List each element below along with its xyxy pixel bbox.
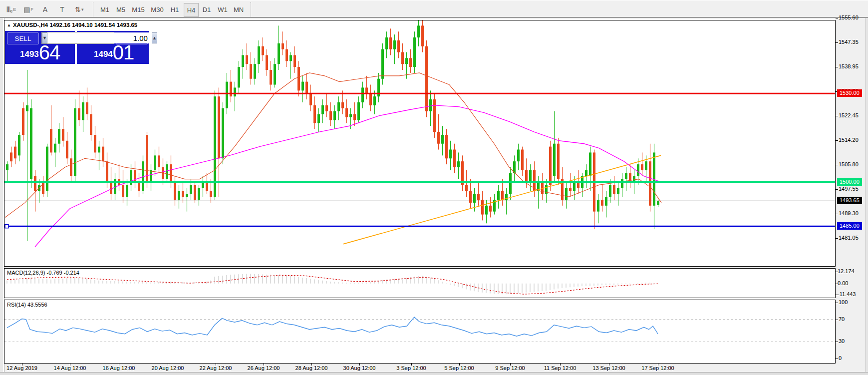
- candle-body: [178, 191, 180, 200]
- candle-body: [521, 150, 524, 170]
- time-axis-label: 14 Aug 12:00: [54, 365, 86, 371]
- text-label-icon[interactable]: A: [38, 3, 53, 16]
- chart-window: ▲XAUUSD-,H4 1492.16 1494.10 1491.54 1493…: [0, 18, 868, 375]
- candle-body: [429, 99, 432, 111]
- candle-body: [146, 135, 148, 182]
- candle-body: [417, 25, 420, 37]
- candle-body: [122, 185, 124, 197]
- candle-body: [369, 93, 372, 105]
- candle-body: [613, 185, 615, 194]
- candle-body: [317, 114, 320, 123]
- time-tick-dash: [658, 364, 658, 366]
- sell-price[interactable]: 1493 64: [20, 43, 60, 62]
- candle-body: [6, 164, 8, 170]
- time-tick-dash: [264, 364, 264, 366]
- candle-body: [421, 25, 424, 46]
- candle-body: [30, 108, 32, 179]
- time-axis-label: 30 Aug 12:00: [343, 365, 376, 371]
- candle-body: [86, 102, 88, 114]
- cursor-arrows-icon[interactable]: ⇅▾: [72, 3, 87, 16]
- candle-body: [549, 147, 552, 185]
- candle-body: [190, 185, 192, 194]
- candle-body: [174, 182, 176, 200]
- candle-body: [82, 102, 84, 120]
- buy-price[interactable]: 1494 01: [94, 43, 134, 62]
- volume-input[interactable]: [47, 32, 152, 43]
- candle-body: [186, 194, 188, 197]
- candle-body: [525, 170, 528, 182]
- candle-body: [649, 161, 651, 206]
- candle-body: [553, 144, 556, 176]
- candle-body: [250, 64, 252, 79]
- candle-body: [78, 108, 80, 120]
- candle-body: [633, 176, 635, 182]
- time-axis-label: 5 Sep 12:00: [444, 365, 474, 371]
- volume-increase-button[interactable]: ▲: [152, 32, 157, 43]
- candle-body: [166, 164, 168, 179]
- candle-body: [70, 158, 72, 176]
- candle-body: [341, 102, 344, 108]
- candle-body: [469, 191, 472, 203]
- candle-body: [449, 150, 452, 159]
- rsi-tick-dash: [836, 359, 838, 359]
- time-tick-dash: [311, 364, 312, 366]
- price-badge: 1485.00: [837, 222, 862, 230]
- timeframe-button-d1[interactable]: D1: [200, 3, 214, 16]
- candle-body: [565, 188, 568, 200]
- rsi-axis-tick: 70: [839, 316, 845, 322]
- time-axis-label: 28 Aug 12:00: [295, 365, 328, 371]
- candle-body: [329, 111, 332, 120]
- candle-body: [657, 201, 659, 205]
- macd-chart: [4, 269, 835, 298]
- candle-body: [182, 191, 184, 197]
- timeframe-button-m15[interactable]: M15: [130, 3, 147, 16]
- macd-signal-line: [7, 275, 658, 294]
- candle-body: [66, 141, 68, 158]
- text-label-icon: A: [43, 5, 47, 13]
- candle-body: [445, 135, 448, 158]
- macd-pane[interactable]: [4, 268, 836, 298]
- price-axis-tick: 1481.05: [839, 235, 859, 241]
- macd-axis-tick: -11.443: [838, 291, 856, 297]
- timeframe-button-m5[interactable]: M5: [114, 3, 128, 16]
- candle-body: [34, 176, 36, 191]
- candle-body: [98, 147, 100, 153]
- candle-body: [557, 144, 560, 179]
- candle-body: [309, 93, 312, 105]
- price-tick-dash: [836, 165, 838, 165]
- timeframe-button-h4[interactable]: H4: [184, 3, 199, 17]
- grid-icon[interactable]: ▤F: [21, 3, 36, 16]
- candle-body: [485, 206, 488, 215]
- text-box-icon[interactable]: T: [55, 3, 70, 16]
- text-box-icon: T: [60, 5, 64, 13]
- time-axis-label: 9 Sep 12:00: [495, 365, 525, 371]
- window-right-border: [866, 18, 868, 375]
- collapse-triangle-icon[interactable]: ▲: [7, 23, 11, 27]
- rsi-tick-dash: [836, 320, 838, 320]
- price-axis-tick: 1489.30: [839, 210, 859, 216]
- candle-body: [246, 55, 248, 64]
- candle-body: [497, 191, 500, 200]
- candle-body: [254, 64, 256, 79]
- price-tick-dash: [836, 140, 838, 141]
- line-drag-handle[interactable]: [5, 225, 8, 228]
- timeframe-button-m30[interactable]: M30: [149, 3, 166, 16]
- candle-body: [389, 37, 392, 49]
- candle-body: [102, 147, 104, 162]
- price-axis-tick: 1497.55: [839, 186, 859, 192]
- time-tick-dash: [22, 364, 22, 366]
- candle-body: [361, 87, 364, 102]
- timeframe-button-m1[interactable]: M1: [98, 3, 112, 16]
- timeframe-button-w1[interactable]: W1: [216, 3, 230, 16]
- timeframe-button-h1[interactable]: H1: [168, 3, 182, 16]
- price-axis-tick: 1514.20: [839, 137, 859, 143]
- indicators-icon[interactable]: 𝄃𝄃ₑE: [4, 3, 19, 16]
- candle-body: [569, 188, 572, 191]
- candle-body: [313, 105, 316, 123]
- candle-body: [617, 188, 619, 194]
- rsi-pane[interactable]: [4, 300, 836, 364]
- candle-body: [258, 46, 260, 64]
- candle-body: [22, 108, 24, 135]
- timeframe-button-mn[interactable]: MN: [232, 3, 246, 16]
- time-tick-dash: [560, 364, 561, 366]
